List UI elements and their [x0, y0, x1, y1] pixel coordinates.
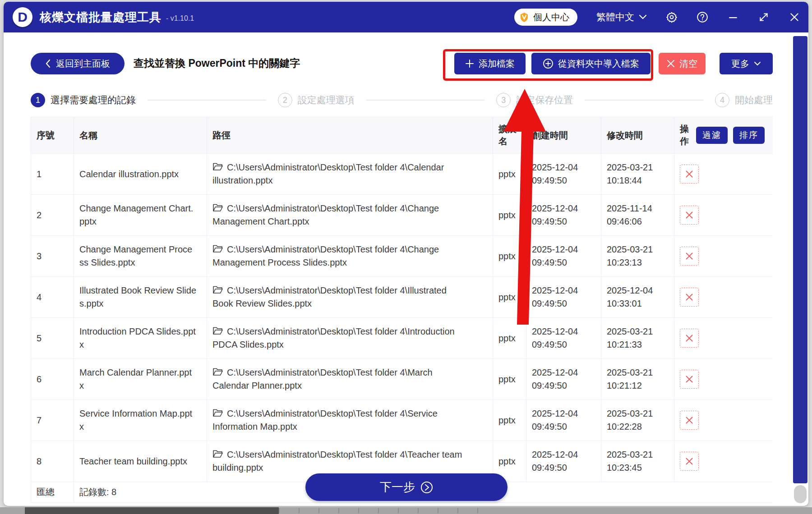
folder-icon	[212, 244, 223, 253]
language-select[interactable]: 繁體中文	[596, 11, 647, 23]
delete-row-button[interactable]	[680, 452, 699, 471]
scrollbar-track-mark	[378, 508, 379, 513]
header-name: 名稱	[74, 117, 207, 153]
add-files-button[interactable]: 添加檔案	[454, 53, 526, 74]
scrollbar-track-mark	[338, 508, 339, 513]
delete-x-icon	[685, 211, 693, 219]
minimize-button[interactable]	[727, 11, 739, 23]
delete-row-button[interactable]	[680, 247, 699, 266]
cell-extension: pptx	[493, 318, 526, 358]
sort-button[interactable]: 排序	[733, 127, 765, 144]
circle-arrow-right-icon	[420, 481, 433, 494]
delete-row-button[interactable]	[680, 370, 699, 389]
record-count: 記錄數: 8	[74, 482, 207, 502]
cell-action	[674, 400, 773, 441]
cell-modified: 2025-03-21 10:22:28	[601, 400, 674, 441]
table-row[interactable]: 3 Change Management Process Slides.pptx …	[31, 236, 773, 277]
cell-modified: 2025-03-21 10:23:45	[601, 441, 674, 482]
import-from-folder-button[interactable]: 從資料夾中導入檔案	[531, 53, 651, 74]
header-action-label: 操作	[680, 123, 691, 147]
scrollbar-track-mark	[358, 508, 359, 513]
titlebar: D 核爍文檔批量處理工具 - v1.10.1 個人中心 繁體中文	[4, 2, 808, 32]
cell-extension: pptx	[493, 277, 526, 317]
chevron-left-icon	[45, 59, 51, 68]
cell-path: C:\Users\Administrator\Desktop\Test fold…	[207, 400, 493, 441]
delete-row-button[interactable]	[680, 206, 699, 225]
delete-row-button[interactable]	[680, 329, 699, 348]
cell-created: 2025-12-04 09:49:50	[526, 236, 601, 276]
cell-extension: pptx	[493, 400, 526, 441]
cell-modified: 2025-11-14 09:46:06	[601, 195, 674, 235]
app-title: 核爍文檔批量處理工具	[40, 9, 161, 25]
filter-button[interactable]: 過濾	[696, 127, 728, 144]
more-label: 更多	[731, 58, 749, 70]
cell-index: 5	[31, 318, 74, 358]
cell-created: 2025-12-04 09:49:50	[526, 400, 601, 441]
clear-button[interactable]: 清空	[659, 53, 706, 74]
delete-row-button[interactable]	[680, 165, 699, 184]
horizontal-scrollbar[interactable]	[0, 507, 812, 514]
close-button[interactable]	[789, 11, 800, 23]
page-title: 查找並替換 PowerPoint 中的關鍵字	[134, 56, 300, 70]
chevron-down-icon	[754, 61, 761, 66]
cell-action	[674, 236, 773, 276]
help-icon[interactable]	[697, 11, 708, 23]
header-index: 序號	[31, 117, 74, 153]
delete-row-button[interactable]	[680, 288, 699, 307]
cell-name: Introduction PDCA Slides.pptx	[74, 318, 207, 358]
table-row[interactable]: 5 Introduction PDCA Slides.pptx C:\Users…	[31, 318, 773, 359]
delete-x-icon	[685, 457, 693, 465]
step-1-number: 1	[31, 93, 45, 107]
back-label: 返回到主面板	[56, 58, 110, 70]
vertical-scrollbar[interactable]	[793, 35, 807, 504]
step-connector	[148, 100, 266, 101]
step-3-number: 3	[496, 93, 511, 107]
back-to-dashboard-button[interactable]: 返回到主面板	[31, 53, 125, 74]
user-center-button[interactable]: 個人中心	[514, 9, 577, 26]
cell-action	[674, 359, 773, 399]
step-4-label: 開始處理	[735, 94, 773, 106]
summary-label: 匯總	[31, 482, 74, 502]
cell-modified: 2025-03-21 10:21:12	[601, 359, 674, 399]
step-connector	[366, 100, 485, 101]
cell-action	[674, 195, 773, 235]
cell-action	[674, 318, 773, 358]
cell-index: 7	[31, 400, 74, 441]
header-path: 路徑	[207, 117, 493, 153]
table-row[interactable]: 2 Change Management Chart.pptx C:\Users\…	[31, 195, 773, 236]
file-table: 序號 名稱 路徑 擴展名 創建時間 修改時間 操作 過濾 排序 1 Calend…	[31, 117, 773, 503]
cell-created: 2025-12-04 09:49:50	[526, 359, 601, 399]
delete-row-button[interactable]	[680, 411, 699, 430]
cell-path: C:\Users\Administrator\Desktop\Test fold…	[207, 359, 493, 399]
scrollbar-track-mark	[457, 508, 458, 513]
cell-action	[674, 154, 773, 194]
folder-icon	[212, 203, 223, 212]
cell-index: 2	[31, 195, 74, 235]
step-4-number: 4	[715, 93, 729, 107]
scrollbar-track-mark	[477, 508, 478, 513]
horizontal-scrollbar-thumb[interactable]	[25, 507, 279, 514]
table-row[interactable]: 4 Illustrated Book Review Slides.pptx C:…	[31, 277, 773, 318]
settings-gear-icon[interactable]	[666, 11, 678, 23]
next-step-button[interactable]: 下一步	[305, 473, 508, 501]
language-label: 繁體中文	[596, 11, 634, 23]
cell-index: 3	[31, 236, 74, 276]
vertical-scrollbar-thumb[interactable]	[793, 36, 807, 483]
folder-icon	[212, 450, 223, 459]
header-modified: 修改時間	[601, 117, 674, 153]
step-connector	[585, 100, 703, 101]
circle-plus-icon	[543, 58, 554, 69]
cell-path: C:\Users\Administrator\Desktop\Test fold…	[207, 236, 493, 276]
scrollbar-track-mark	[398, 508, 399, 513]
table-header-row: 序號 名稱 路徑 擴展名 創建時間 修改時間 操作 過濾 排序	[31, 117, 773, 154]
cell-path: C:\Users\Administrator\Desktop\Test fold…	[207, 195, 493, 235]
delete-x-icon	[685, 170, 693, 178]
cell-name: March Calendar Planner.pptx	[74, 359, 207, 399]
table-row[interactable]: 1 Calendar illustration.pptx C:\Users\Ad…	[31, 154, 773, 195]
table-row[interactable]: 7 Service Information Map.pptx C:\Users\…	[31, 400, 773, 441]
maximize-button[interactable]	[758, 11, 770, 23]
more-button[interactable]: 更多	[720, 53, 773, 74]
cell-path: C:\Users\Administrator\Desktop\Test fold…	[207, 277, 493, 317]
table-row[interactable]: 6 March Calendar Planner.pptx C:\Users\A…	[31, 359, 773, 400]
cell-extension: pptx	[493, 359, 526, 399]
